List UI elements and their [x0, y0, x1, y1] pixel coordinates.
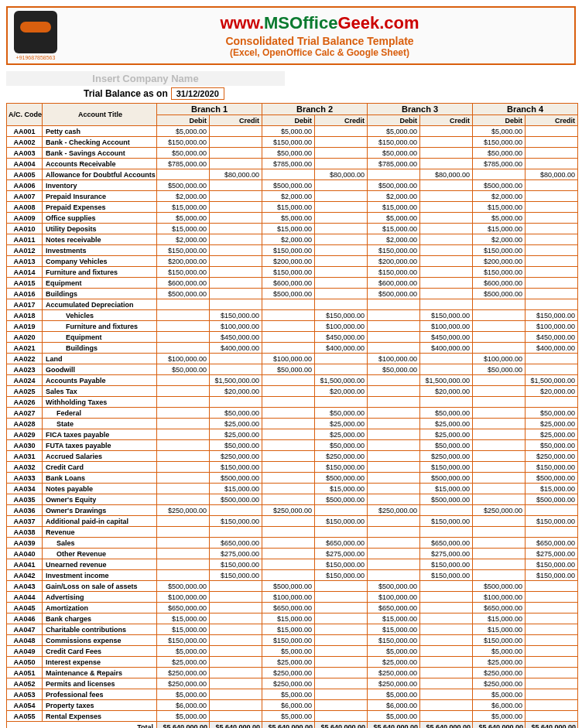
b2-debit[interactable]: $500,000.00: [262, 581, 315, 592]
b4-credit[interactable]: [526, 505, 578, 516]
b1-credit[interactable]: [210, 603, 262, 614]
b2-debit[interactable]: [262, 429, 315, 440]
b1-credit[interactable]: [210, 635, 262, 646]
b2-credit[interactable]: [315, 603, 368, 614]
b2-credit[interactable]: [315, 711, 368, 722]
b1-credit[interactable]: $500,000.00: [210, 473, 262, 484]
b3-debit[interactable]: [368, 538, 420, 549]
b1-credit[interactable]: $50,000.00: [210, 408, 262, 419]
b2-credit[interactable]: [315, 354, 368, 364]
b4-debit[interactable]: [473, 408, 526, 419]
b3-debit[interactable]: [368, 375, 420, 386]
b1-credit[interactable]: [210, 711, 262, 722]
b2-debit[interactable]: [262, 386, 315, 397]
b3-credit[interactable]: [420, 202, 473, 213]
b1-debit[interactable]: $500,000.00: [157, 180, 210, 191]
b3-credit[interactable]: [420, 267, 473, 278]
b1-debit[interactable]: $150,000.00: [157, 245, 210, 256]
b2-debit[interactable]: [262, 473, 315, 484]
b1-debit[interactable]: $500,000.00: [157, 289, 210, 299]
b4-debit[interactable]: $5,000.00: [473, 213, 526, 224]
b3-debit[interactable]: [368, 570, 420, 581]
b4-debit[interactable]: $5,000.00: [473, 126, 526, 137]
b4-credit[interactable]: [526, 180, 578, 191]
b4-debit[interactable]: $600,000.00: [473, 278, 526, 289]
b2-credit[interactable]: [315, 278, 368, 289]
b3-credit[interactable]: $50,000.00: [420, 408, 473, 419]
b2-debit[interactable]: $250,000.00: [262, 505, 315, 516]
b3-debit[interactable]: [368, 559, 420, 570]
b3-debit[interactable]: [368, 484, 420, 494]
b4-debit[interactable]: $5,000.00: [473, 711, 526, 722]
b4-credit[interactable]: [526, 689, 578, 700]
b2-debit[interactable]: [262, 408, 315, 419]
b1-debit[interactable]: [157, 570, 210, 581]
b3-credit[interactable]: [420, 624, 473, 635]
b1-credit[interactable]: [210, 180, 262, 191]
b3-debit[interactable]: $250,000.00: [368, 668, 420, 678]
b3-credit[interactable]: $150,000.00: [420, 310, 473, 321]
b1-credit[interactable]: [210, 148, 262, 159]
b1-credit[interactable]: $25,000.00: [210, 419, 262, 429]
b2-credit[interactable]: $25,000.00: [315, 419, 368, 429]
b1-credit[interactable]: [210, 299, 262, 310]
b1-debit[interactable]: [157, 473, 210, 484]
b2-debit[interactable]: $2,000.00: [262, 234, 315, 245]
b1-debit[interactable]: $150,000.00: [157, 635, 210, 646]
b3-credit[interactable]: [420, 505, 473, 516]
b2-credit[interactable]: [315, 126, 368, 137]
b4-debit[interactable]: [473, 310, 526, 321]
b1-credit[interactable]: $500,000.00: [210, 494, 262, 505]
b2-credit[interactable]: $80,000.00: [315, 169, 368, 180]
b3-debit[interactable]: $15,000.00: [368, 202, 420, 213]
b4-debit[interactable]: [473, 386, 526, 397]
b3-credit[interactable]: [420, 126, 473, 137]
b4-debit[interactable]: [473, 375, 526, 386]
b2-debit[interactable]: $500,000.00: [262, 180, 315, 191]
b1-credit[interactable]: [210, 657, 262, 668]
b4-credit[interactable]: [526, 678, 578, 689]
b4-debit[interactable]: $250,000.00: [473, 678, 526, 689]
b4-credit[interactable]: $100,000.00: [526, 321, 578, 332]
b2-credit[interactable]: [315, 234, 368, 245]
b4-debit[interactable]: [473, 538, 526, 549]
b4-credit[interactable]: [526, 668, 578, 678]
b4-credit[interactable]: $15,000.00: [526, 484, 578, 494]
b1-debit[interactable]: [157, 299, 210, 310]
b1-debit[interactable]: $15,000.00: [157, 202, 210, 213]
b3-credit[interactable]: [420, 364, 473, 375]
b3-debit[interactable]: [368, 310, 420, 321]
b1-debit[interactable]: $250,000.00: [157, 505, 210, 516]
b4-credit[interactable]: $650,000.00: [526, 538, 578, 549]
b4-credit[interactable]: [526, 657, 578, 668]
b2-credit[interactable]: [315, 202, 368, 213]
b3-debit[interactable]: $2,000.00: [368, 234, 420, 245]
b1-credit[interactable]: [210, 678, 262, 689]
b3-credit[interactable]: [420, 678, 473, 689]
b1-credit[interactable]: $25,000.00: [210, 429, 262, 440]
b3-credit[interactable]: [420, 592, 473, 603]
b3-debit[interactable]: $150,000.00: [368, 267, 420, 278]
b1-debit[interactable]: $15,000.00: [157, 224, 210, 234]
b3-debit[interactable]: $150,000.00: [368, 245, 420, 256]
b3-debit[interactable]: $785,000.00: [368, 159, 420, 169]
b2-credit[interactable]: [315, 581, 368, 592]
b2-debit[interactable]: $5,000.00: [262, 126, 315, 137]
b4-debit[interactable]: $6,000.00: [473, 700, 526, 711]
b2-debit[interactable]: [262, 462, 315, 473]
b2-credit[interactable]: $100,000.00: [315, 321, 368, 332]
b1-debit[interactable]: [157, 386, 210, 397]
b2-credit[interactable]: [315, 180, 368, 191]
b3-credit[interactable]: [420, 224, 473, 234]
b2-debit[interactable]: [262, 516, 315, 527]
b3-credit[interactable]: $50,000.00: [420, 440, 473, 451]
b3-debit[interactable]: [368, 332, 420, 343]
b3-credit[interactable]: [420, 646, 473, 657]
b2-debit[interactable]: [262, 332, 315, 343]
b4-credit[interactable]: $25,000.00: [526, 419, 578, 429]
b3-debit[interactable]: $25,000.00: [368, 657, 420, 668]
b4-credit[interactable]: $450,000.00: [526, 332, 578, 343]
b3-debit[interactable]: [368, 321, 420, 332]
b4-debit[interactable]: [473, 462, 526, 473]
b3-debit[interactable]: $50,000.00: [368, 148, 420, 159]
